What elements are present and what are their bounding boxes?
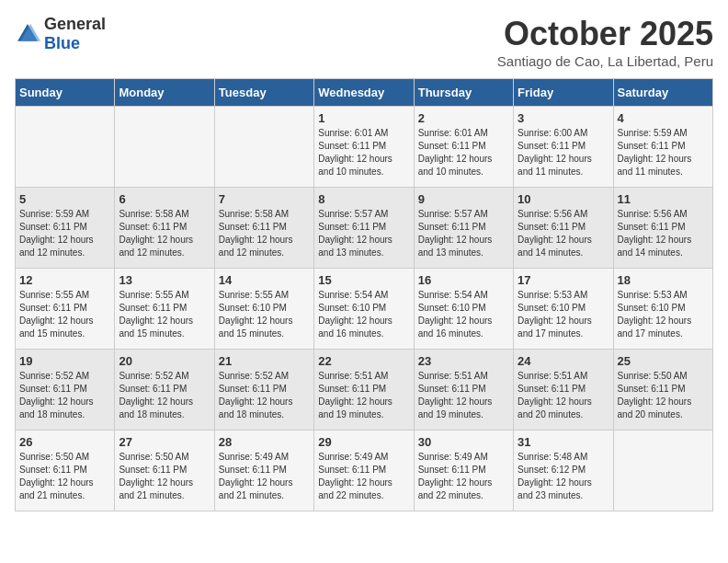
cell-sun-info: Sunrise: 5:57 AMSunset: 6:11 PMDaylight:… bbox=[318, 208, 409, 259]
logo-icon bbox=[15, 21, 40, 47]
logo: General Blue bbox=[15, 15, 106, 53]
cell-sun-info: Sunrise: 5:55 AMSunset: 6:11 PMDaylight:… bbox=[19, 289, 110, 340]
calendar-cell bbox=[613, 431, 712, 511]
cell-sun-info: Sunrise: 5:52 AMSunset: 6:11 PMDaylight:… bbox=[119, 370, 210, 421]
calendar-cell: 22Sunrise: 5:51 AMSunset: 6:11 PMDayligh… bbox=[314, 350, 414, 431]
calendar-cell: 4Sunrise: 5:59 AMSunset: 6:11 PMDaylight… bbox=[613, 107, 712, 188]
cell-sun-info: Sunrise: 5:56 AMSunset: 6:11 PMDaylight:… bbox=[618, 208, 709, 259]
day-number: 13 bbox=[119, 273, 210, 287]
weekday-header: Saturday bbox=[613, 79, 712, 107]
calendar-cell: 25Sunrise: 5:50 AMSunset: 6:11 PMDayligh… bbox=[613, 350, 712, 431]
month-title: October 2025 bbox=[497, 15, 713, 53]
calendar-cell: 5Sunrise: 5:59 AMSunset: 6:11 PMDaylight… bbox=[16, 188, 115, 269]
day-number: 26 bbox=[19, 435, 110, 449]
calendar-cell: 12Sunrise: 5:55 AMSunset: 6:11 PMDayligh… bbox=[16, 269, 115, 350]
location-subtitle: Santiago de Cao, La Libertad, Peru bbox=[497, 53, 713, 69]
day-number: 10 bbox=[518, 192, 609, 206]
calendar-cell: 21Sunrise: 5:52 AMSunset: 6:11 PMDayligh… bbox=[214, 350, 313, 431]
calendar-cell: 1Sunrise: 6:01 AMSunset: 6:11 PMDaylight… bbox=[314, 107, 414, 188]
weekday-header: Monday bbox=[115, 79, 214, 107]
calendar-cell: 31Sunrise: 5:48 AMSunset: 6:12 PMDayligh… bbox=[514, 431, 613, 511]
calendar-week-row: 5Sunrise: 5:59 AMSunset: 6:11 PMDaylight… bbox=[16, 188, 713, 269]
calendar-cell: 18Sunrise: 5:53 AMSunset: 6:10 PMDayligh… bbox=[613, 269, 712, 350]
cell-sun-info: Sunrise: 5:51 AMSunset: 6:11 PMDaylight:… bbox=[418, 370, 509, 421]
logo-blue: Blue bbox=[44, 34, 80, 52]
calendar-cell: 20Sunrise: 5:52 AMSunset: 6:11 PMDayligh… bbox=[115, 350, 214, 431]
day-number: 21 bbox=[219, 354, 310, 368]
cell-sun-info: Sunrise: 5:51 AMSunset: 6:11 PMDaylight:… bbox=[518, 370, 609, 421]
weekday-header-row: SundayMondayTuesdayWednesdayThursdayFrid… bbox=[16, 79, 713, 107]
day-number: 20 bbox=[119, 354, 210, 368]
calendar-table: SundayMondayTuesdayWednesdayThursdayFrid… bbox=[15, 78, 713, 511]
cell-sun-info: Sunrise: 5:51 AMSunset: 6:11 PMDaylight:… bbox=[318, 370, 409, 421]
calendar-cell: 19Sunrise: 5:52 AMSunset: 6:11 PMDayligh… bbox=[16, 350, 115, 431]
day-number: 23 bbox=[418, 354, 509, 368]
calendar-cell: 6Sunrise: 5:58 AMSunset: 6:11 PMDaylight… bbox=[115, 188, 214, 269]
calendar-cell: 11Sunrise: 5:56 AMSunset: 6:11 PMDayligh… bbox=[613, 188, 712, 269]
cell-sun-info: Sunrise: 5:49 AMSunset: 6:11 PMDaylight:… bbox=[318, 451, 409, 502]
cell-sun-info: Sunrise: 6:01 AMSunset: 6:11 PMDaylight:… bbox=[318, 127, 409, 178]
logo-general: General bbox=[44, 15, 106, 33]
cell-sun-info: Sunrise: 5:58 AMSunset: 6:11 PMDaylight:… bbox=[119, 208, 210, 259]
day-number: 7 bbox=[219, 192, 310, 206]
day-number: 5 bbox=[19, 192, 110, 206]
cell-sun-info: Sunrise: 5:53 AMSunset: 6:10 PMDaylight:… bbox=[618, 289, 709, 340]
day-number: 29 bbox=[318, 435, 409, 449]
weekday-header: Friday bbox=[514, 79, 613, 107]
cell-sun-info: Sunrise: 5:49 AMSunset: 6:11 PMDaylight:… bbox=[418, 451, 509, 502]
cell-sun-info: Sunrise: 5:54 AMSunset: 6:10 PMDaylight:… bbox=[318, 289, 409, 340]
day-number: 4 bbox=[618, 111, 709, 125]
calendar-cell bbox=[214, 107, 313, 188]
calendar-cell bbox=[115, 107, 214, 188]
weekday-header: Thursday bbox=[414, 79, 513, 107]
day-number: 14 bbox=[219, 273, 310, 287]
weekday-header: Sunday bbox=[16, 79, 115, 107]
calendar-cell: 14Sunrise: 5:55 AMSunset: 6:10 PMDayligh… bbox=[214, 269, 313, 350]
calendar-cell: 13Sunrise: 5:55 AMSunset: 6:11 PMDayligh… bbox=[115, 269, 214, 350]
calendar-cell: 29Sunrise: 5:49 AMSunset: 6:11 PMDayligh… bbox=[314, 431, 414, 511]
cell-sun-info: Sunrise: 5:48 AMSunset: 6:12 PMDaylight:… bbox=[518, 451, 609, 502]
day-number: 6 bbox=[119, 192, 210, 206]
cell-sun-info: Sunrise: 5:59 AMSunset: 6:11 PMDaylight:… bbox=[19, 208, 110, 259]
cell-sun-info: Sunrise: 5:57 AMSunset: 6:11 PMDaylight:… bbox=[418, 208, 509, 259]
day-number: 22 bbox=[318, 354, 409, 368]
calendar-cell: 30Sunrise: 5:49 AMSunset: 6:11 PMDayligh… bbox=[414, 431, 513, 511]
cell-sun-info: Sunrise: 5:55 AMSunset: 6:11 PMDaylight:… bbox=[119, 289, 210, 340]
cell-sun-info: Sunrise: 5:49 AMSunset: 6:11 PMDaylight:… bbox=[219, 451, 310, 502]
day-number: 12 bbox=[19, 273, 110, 287]
cell-sun-info: Sunrise: 5:50 AMSunset: 6:11 PMDaylight:… bbox=[19, 451, 110, 502]
calendar-cell: 26Sunrise: 5:50 AMSunset: 6:11 PMDayligh… bbox=[16, 431, 115, 511]
day-number: 16 bbox=[418, 273, 509, 287]
day-number: 15 bbox=[318, 273, 409, 287]
calendar-cell: 7Sunrise: 5:58 AMSunset: 6:11 PMDaylight… bbox=[214, 188, 313, 269]
day-number: 30 bbox=[418, 435, 509, 449]
cell-sun-info: Sunrise: 5:53 AMSunset: 6:10 PMDaylight:… bbox=[518, 289, 609, 340]
calendar-cell: 16Sunrise: 5:54 AMSunset: 6:10 PMDayligh… bbox=[414, 269, 513, 350]
cell-sun-info: Sunrise: 5:59 AMSunset: 6:11 PMDaylight:… bbox=[618, 127, 709, 178]
cell-sun-info: Sunrise: 6:01 AMSunset: 6:11 PMDaylight:… bbox=[418, 127, 509, 178]
weekday-header: Tuesday bbox=[214, 79, 313, 107]
calendar-week-row: 1Sunrise: 6:01 AMSunset: 6:11 PMDaylight… bbox=[16, 107, 713, 188]
page-header: General Blue October 2025 Santiago de Ca… bbox=[15, 15, 713, 69]
calendar-cell: 3Sunrise: 6:00 AMSunset: 6:11 PMDaylight… bbox=[514, 107, 613, 188]
day-number: 11 bbox=[618, 192, 709, 206]
calendar-cell: 2Sunrise: 6:01 AMSunset: 6:11 PMDaylight… bbox=[414, 107, 513, 188]
cell-sun-info: Sunrise: 5:52 AMSunset: 6:11 PMDaylight:… bbox=[219, 370, 310, 421]
day-number: 1 bbox=[318, 111, 409, 125]
day-number: 24 bbox=[518, 354, 609, 368]
calendar-week-row: 26Sunrise: 5:50 AMSunset: 6:11 PMDayligh… bbox=[16, 431, 713, 511]
cell-sun-info: Sunrise: 5:54 AMSunset: 6:10 PMDaylight:… bbox=[418, 289, 509, 340]
calendar-cell: 27Sunrise: 5:50 AMSunset: 6:11 PMDayligh… bbox=[115, 431, 214, 511]
calendar-cell: 15Sunrise: 5:54 AMSunset: 6:10 PMDayligh… bbox=[314, 269, 414, 350]
calendar-cell: 8Sunrise: 5:57 AMSunset: 6:11 PMDaylight… bbox=[314, 188, 414, 269]
title-block: October 2025 Santiago de Cao, La Liberta… bbox=[497, 15, 713, 69]
cell-sun-info: Sunrise: 5:58 AMSunset: 6:11 PMDaylight:… bbox=[219, 208, 310, 259]
calendar-cell bbox=[16, 107, 115, 188]
calendar-cell: 28Sunrise: 5:49 AMSunset: 6:11 PMDayligh… bbox=[214, 431, 313, 511]
day-number: 28 bbox=[219, 435, 310, 449]
day-number: 17 bbox=[518, 273, 609, 287]
calendar-cell: 24Sunrise: 5:51 AMSunset: 6:11 PMDayligh… bbox=[514, 350, 613, 431]
cell-sun-info: Sunrise: 5:55 AMSunset: 6:10 PMDaylight:… bbox=[219, 289, 310, 340]
day-number: 18 bbox=[618, 273, 709, 287]
calendar-cell: 17Sunrise: 5:53 AMSunset: 6:10 PMDayligh… bbox=[514, 269, 613, 350]
